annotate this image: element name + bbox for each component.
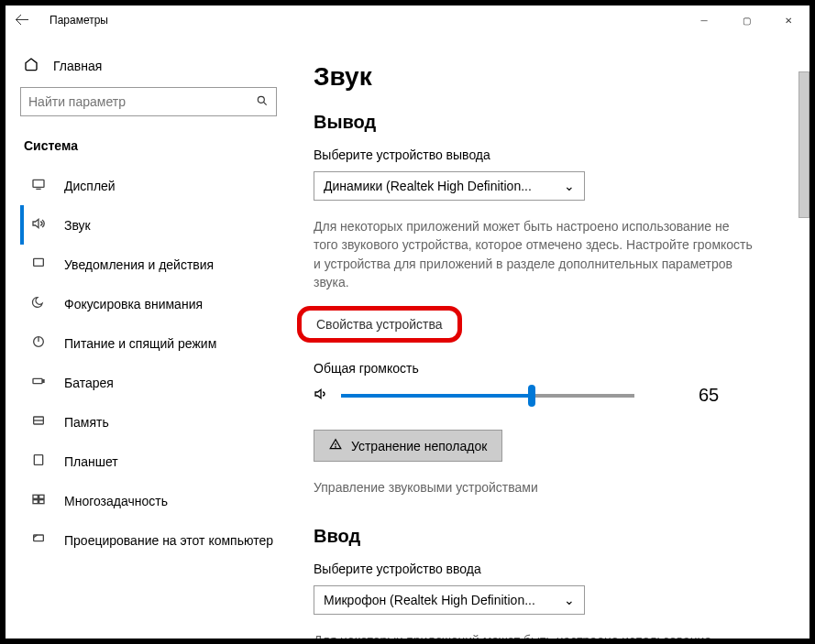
nav-label: Дисплей	[64, 179, 116, 193]
sidebar-item-notifications[interactable]: Уведомления и действия	[20, 245, 295, 284]
troubleshoot-button[interactable]: Устранение неполадок	[314, 430, 502, 462]
nav-label: Планшет	[64, 454, 118, 469]
nav-label: Звук	[64, 218, 91, 233]
home-label: Главная	[53, 59, 102, 73]
nav-label: Фокусировка внимания	[64, 297, 203, 311]
search-box[interactable]	[20, 87, 277, 116]
main-content: Звук Вывод Выберите устройство вывода Ди…	[295, 35, 809, 639]
home-icon	[24, 57, 40, 74]
volume-row: 65	[314, 385, 784, 406]
storage-icon	[29, 413, 48, 431]
output-device-label: Выберите устройство вывода	[314, 147, 784, 162]
speaker-icon	[29, 216, 48, 234]
minimize-button[interactable]: ─	[683, 5, 725, 35]
svg-rect-9	[43, 380, 44, 383]
maximize-button[interactable]: ▢	[725, 5, 767, 35]
sidebar-item-power[interactable]: Питание и спящий режим	[20, 323, 295, 363]
window-controls: ─ ▢ ✕	[683, 5, 809, 35]
scrollbar[interactable]	[798, 71, 809, 218]
sidebar: Главная Система Дисплей Звук Уведомления…	[6, 35, 295, 639]
titlebar: 🡠 Параметры ─ ▢ ✕	[6, 5, 809, 35]
svg-point-20	[336, 447, 336, 448]
slider-thumb[interactable]	[528, 385, 535, 407]
svg-rect-12	[34, 455, 42, 465]
sidebar-item-battery[interactable]: Батарея	[20, 363, 295, 402]
nav-label: Уведомления и действия	[64, 257, 214, 272]
speaker-mini-icon[interactable]	[314, 387, 332, 404]
sidebar-item-sound[interactable]: Звук	[20, 205, 295, 245]
dropdown-value: Динамики (Realtek High Definition...	[324, 179, 532, 193]
slider-fill	[341, 394, 532, 398]
nav-label: Проецирование на этот компьютер	[64, 533, 273, 548]
device-properties-link[interactable]: Свойства устройства	[316, 317, 443, 332]
chevron-down-icon: ⌄	[564, 593, 575, 607]
notifications-icon	[29, 256, 48, 273]
sidebar-item-display[interactable]: Дисплей	[20, 166, 295, 205]
battery-icon	[29, 374, 48, 391]
nav-list: Дисплей Звук Уведомления и действия Фоку…	[20, 166, 295, 560]
sidebar-item-tablet[interactable]: Планшет	[20, 442, 295, 481]
warning-icon	[329, 438, 342, 453]
page-title: Звук	[314, 62, 784, 92]
search-input[interactable]	[28, 94, 256, 109]
sidebar-section-label: Система	[20, 116, 295, 166]
nav-label: Многозадачность	[64, 494, 168, 508]
svg-point-0	[258, 96, 264, 103]
svg-rect-8	[33, 378, 42, 383]
svg-marker-18	[315, 390, 321, 398]
nav-label: Память	[64, 415, 109, 430]
svg-marker-4	[33, 219, 39, 227]
svg-rect-16	[39, 500, 44, 504]
close-button[interactable]: ✕	[767, 5, 809, 35]
svg-rect-15	[33, 500, 38, 504]
volume-label: Общая громкость	[314, 361, 784, 376]
output-device-dropdown[interactable]: Динамики (Realtek High Definition... ⌄	[314, 171, 585, 201]
input-device-label: Выберите устройство ввода	[314, 562, 784, 576]
tablet-icon	[29, 453, 48, 470]
volume-slider[interactable]	[341, 394, 634, 398]
project-icon	[29, 531, 48, 549]
input-device-dropdown[interactable]: Микрофон (Realtek High Definition... ⌄	[314, 585, 585, 615]
output-help-text: Для некоторых приложений может быть наст…	[314, 217, 754, 291]
volume-value: 65	[699, 385, 719, 406]
sidebar-item-focus[interactable]: Фокусировка внимания	[20, 284, 295, 323]
sidebar-item-multitask[interactable]: Многозадачность	[20, 481, 295, 520]
svg-rect-2	[33, 180, 44, 187]
input-help-text: Для некоторых приложений может быть наст…	[314, 631, 754, 639]
input-heading: Ввод	[314, 526, 784, 547]
device-properties-highlight: Свойства устройства	[297, 306, 462, 343]
sidebar-item-storage[interactable]: Память	[20, 402, 295, 442]
search-icon	[256, 94, 269, 110]
manage-devices-link[interactable]: Управление звуковыми устройствами	[314, 480, 784, 495]
multitask-icon	[29, 492, 48, 509]
moon-icon	[29, 295, 48, 312]
window-title: Параметры	[50, 14, 683, 27]
sidebar-home[interactable]: Главная	[20, 51, 295, 87]
power-icon	[29, 334, 48, 352]
dropdown-value: Микрофон (Realtek High Definition...	[324, 593, 535, 607]
sidebar-item-project[interactable]: Проецирование на этот компьютер	[20, 520, 295, 560]
output-heading: Вывод	[314, 112, 784, 133]
nav-label: Батарея	[64, 376, 114, 390]
svg-line-1	[263, 102, 266, 104]
svg-rect-5	[34, 258, 44, 266]
svg-rect-13	[33, 495, 38, 498]
troubleshoot-label: Устранение неполадок	[351, 439, 487, 453]
chevron-down-icon: ⌄	[564, 179, 575, 193]
nav-label: Питание и спящий режим	[64, 336, 216, 351]
svg-rect-14	[39, 495, 44, 498]
display-icon	[29, 177, 48, 194]
back-arrow-icon[interactable]: 🡠	[15, 12, 37, 28]
